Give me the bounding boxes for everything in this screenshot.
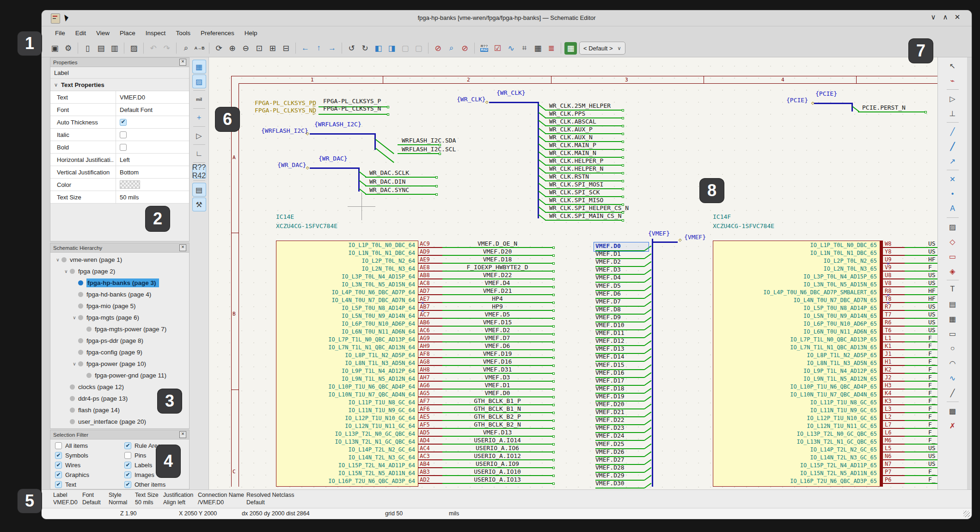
- no-connect-flag-button[interactable]: ✕: [946, 172, 960, 186]
- image-button[interactable]: ▩: [946, 404, 960, 418]
- net-label[interactable]: WR_CLK.SPI_MISO: [549, 197, 603, 204]
- sheet-item[interactable]: fpga-ps-ddr (page 8): [50, 335, 189, 346]
- schematic-setup-button[interactable]: ⚙: [62, 42, 74, 55]
- pin-number[interactable]: AF8: [420, 351, 430, 357]
- net-label[interactable]: VMEF.D4: [442, 280, 552, 286]
- symbol-value[interactable]: XCZU4CG-1SFVC784E: [713, 223, 774, 229]
- pin-number[interactable]: AG6: [420, 382, 430, 389]
- net-label[interactable]: US: [928, 303, 937, 310]
- pin-name[interactable]: IO_L4N_T0U_N7_DBC_AD7N_64: [331, 297, 415, 303]
- net-label[interactable]: VMEF.D18: [595, 385, 625, 392]
- filter-option-symbols[interactable]: Symbols: [50, 452, 120, 459]
- sheet-pin-icon[interactable]: ◇: [485, 99, 489, 105]
- pin-name[interactable]: IO_L3N_T0L_N5_AD15N_65: [803, 281, 877, 288]
- pin-number[interactable]: K2: [885, 366, 891, 373]
- net-label[interactable]: HF: [928, 288, 937, 294]
- bus[interactable]: [652, 239, 653, 487]
- pin-name[interactable]: IO_L6N_T0U_N11_AD6N_64: [342, 328, 415, 335]
- print-button[interactable]: ▤: [95, 42, 107, 55]
- hierarchical-label[interactable]: FPGA-PL_CLKSYS_ND: [255, 107, 316, 114]
- pin-number[interactable]: AE8: [420, 264, 430, 271]
- wire[interactable]: [905, 318, 937, 319]
- checkbox[interactable]: [124, 481, 131, 488]
- bus-label[interactable]: {WR_DAC}: [318, 155, 348, 162]
- property-value[interactable]: [116, 116, 189, 128]
- wire[interactable]: [905, 255, 937, 256]
- pin-name[interactable]: IO_L13P_T2L_N0_GC_QBC_64: [335, 431, 415, 437]
- refresh-button[interactable]: ⟳: [213, 42, 225, 55]
- draw-wire-button[interactable]: ╱: [946, 124, 960, 138]
- wire[interactable]: [545, 220, 622, 221]
- property-value[interactable]: [116, 179, 189, 191]
- pin-number[interactable]: AD2: [420, 476, 430, 483]
- pin-number[interactable]: AH7: [420, 374, 430, 381]
- zoom-objects-button[interactable]: ⊞: [266, 42, 279, 55]
- line-button[interactable]: ╱: [946, 386, 960, 400]
- net-label[interactable]: VMEF.D24: [595, 433, 625, 439]
- net-label[interactable]: WR_CLK.AUX_P: [549, 126, 593, 133]
- update-symbols-button[interactable]: ⊘: [459, 42, 471, 55]
- net-label[interactable]: VMEF.D12: [595, 338, 625, 344]
- net-label[interactable]: VMEF.D31: [442, 366, 552, 373]
- select-tool-button[interactable]: ↖: [946, 59, 960, 73]
- net-label[interactable]: WR_DAC.DIN: [369, 179, 405, 185]
- net-label[interactable]: F_: [928, 390, 937, 396]
- table-button[interactable]: ▦: [946, 312, 960, 326]
- net-label[interactable]: HP9: [442, 303, 552, 310]
- net-label[interactable]: F_: [928, 343, 937, 349]
- net-label[interactable]: VMEF.D10: [595, 322, 625, 328]
- net-label[interactable]: WR_CLK.SPI_MOSI: [549, 181, 603, 188]
- pin-name[interactable]: IO_L3N_T0L_N5_AD15N_64: [342, 281, 415, 288]
- symbol-value[interactable]: XCZU4CG-1SFVC784E: [276, 223, 337, 229]
- sheet-pin-icon[interactable]: ◇: [306, 130, 309, 137]
- net-label[interactable]: USERIO_A.IO14: [442, 437, 552, 444]
- hierarchy-navigator-button[interactable]: ▤: [192, 183, 206, 197]
- menu-place[interactable]: Place: [115, 28, 141, 38]
- net-label[interactable]: WR_CLK.HELPER_P: [549, 158, 603, 164]
- net-label[interactable]: VMEF.D19: [595, 393, 625, 400]
- zoom-in-button[interactable]: ⊕: [226, 42, 239, 55]
- net-label[interactable]: F_: [928, 406, 937, 412]
- net-label[interactable]: USERIO_A.IO12: [442, 453, 552, 459]
- units-mils-button[interactable]: mil: [192, 93, 206, 106]
- pin-name[interactable]: IO_L9P_T1L_N4_AD12P_64: [342, 368, 415, 374]
- pin-number[interactable]: V9: [885, 264, 891, 271]
- import-sheet-pin-button[interactable]: ◈: [946, 264, 960, 278]
- place-symbol-button[interactable]: ▷: [946, 92, 960, 105]
- property-value[interactable]: [116, 129, 189, 141]
- net-label[interactable]: VMEF.D2: [595, 259, 621, 265]
- pin-number[interactable]: N6: [885, 453, 891, 459]
- pin-number[interactable]: AC7: [420, 311, 430, 318]
- resize-grip[interactable]: [963, 511, 970, 517]
- bus-label[interactable]: {VMEF}: [648, 230, 670, 237]
- hierarchical-label-button[interactable]: ◇: [946, 235, 960, 248]
- pin-name[interactable]: IO_L11P_T1U_N8_GC_65: [810, 399, 877, 406]
- pin-name[interactable]: IO_L15P_T2L_N4_AD11P_65: [800, 462, 877, 469]
- property-value[interactable]: VMEF.D0: [116, 91, 189, 103]
- net-label[interactable]: VMEF.D1: [595, 251, 621, 257]
- hierarchical-sheet-button[interactable]: ▭: [946, 249, 960, 263]
- net-label[interactable]: WR_CLK.SPI_SCK: [549, 189, 600, 196]
- wire[interactable]: [905, 444, 937, 445]
- rule-area-button[interactable]: ▨: [946, 220, 960, 234]
- net-label[interactable]: VMEF.D21: [442, 288, 552, 294]
- annotate-auto-button[interactable]: R??R42: [192, 165, 206, 179]
- wire[interactable]: [905, 310, 937, 311]
- place-power-symbol-button[interactable]: ⊥: [946, 106, 960, 120]
- pin-name[interactable]: IO_L6P_T0U_N10_AD6P_64: [342, 321, 415, 327]
- menu-inspect[interactable]: Inspect: [141, 28, 171, 38]
- net-label[interactable]: VMEF.D17: [595, 377, 625, 384]
- net-label[interactable]: VMEF.D26: [595, 449, 625, 455]
- checkbox[interactable]: [120, 144, 127, 151]
- net-label[interactable]: WR_DAC.SYNC: [369, 187, 409, 193]
- pin-name[interactable]: IO_L7N_T1L_N1_QBC_AD13N_64: [328, 344, 415, 351]
- net-label[interactable]: VMEF.D22: [595, 417, 625, 423]
- net-label[interactable]: WR_DAC.SCLK: [369, 170, 409, 176]
- zoom-selection-button[interactable]: ⊟: [280, 42, 292, 55]
- pin-name[interactable]: IO_L4N_T0U_N7_DBC_AD7N_65: [793, 297, 877, 303]
- hidden-pins-button[interactable]: ▷: [192, 129, 206, 142]
- close-icon[interactable]: ✕: [179, 59, 186, 66]
- pin-name[interactable]: IO_L15N_T2L_N5_AD11N_64: [338, 470, 415, 476]
- net-label[interactable]: VMEF.D4: [595, 274, 621, 281]
- sheet-item[interactable]: ∨fpga (page 2): [50, 266, 189, 277]
